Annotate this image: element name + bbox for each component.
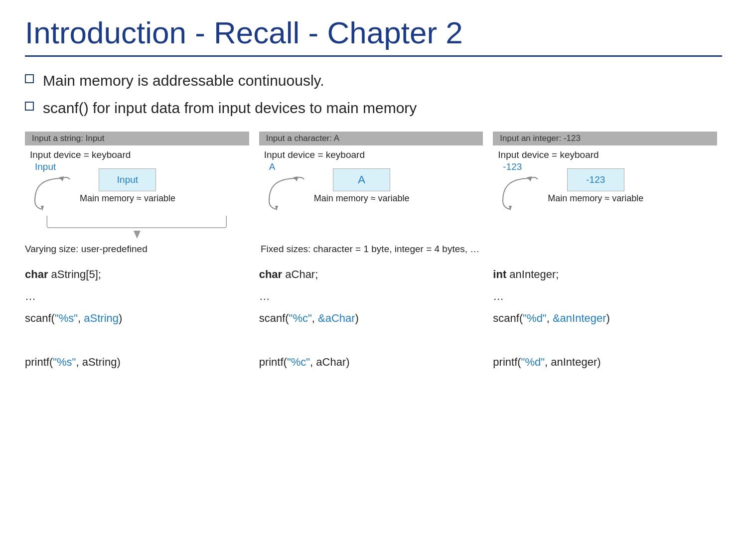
diagram-int-content: -123 -123 Main memory ≈ variable <box>493 161 717 211</box>
bullet-icon-1 <box>25 74 34 83</box>
code-char-scanf-var: &aChar <box>318 312 355 324</box>
diagram-char-arrow: A <box>259 161 314 211</box>
code-string-decl-rest: aString[5]; <box>48 268 101 280</box>
diagram-int-membox: -123 <box>567 168 624 191</box>
diagram-string-header: Input a string: Input <box>25 132 249 145</box>
code-string-scanf-fmt: "%s" <box>55 312 78 324</box>
code-char-decl-rest: aChar; <box>282 268 318 280</box>
code-char-printf-fmt: "%c" <box>287 356 310 368</box>
diagram-string-memlabel: Main memory ≈ variable <box>80 193 175 204</box>
diagram-string-membox: Input <box>99 168 156 191</box>
code-int-scanf-mid: , <box>547 312 553 324</box>
svg-marker-5 <box>509 206 512 211</box>
code-string-kw: char <box>25 268 48 280</box>
diagram-int-device: Input device = keyboard <box>493 149 598 160</box>
diagram-string-input-label: Input <box>25 161 80 172</box>
code-string-printf-end: ) <box>117 356 120 368</box>
code-string-printf: printf("%s", aString) <box>25 351 249 373</box>
bracket-svg-string <box>36 215 238 229</box>
diagram-string-mem: Input Main memory ≈ variable <box>80 168 175 204</box>
varying-fixed-row: Varying size: user-predefined Fixed size… <box>25 244 722 255</box>
code-char-ellipsis: … <box>259 285 483 307</box>
code-char-printf-end: ) <box>346 356 349 368</box>
diagram-char-input-label: A <box>259 161 314 172</box>
code-string-scanf-var: aString <box>84 312 119 324</box>
code-int-kw: int <box>493 268 506 280</box>
code-char-printf: printf("%c", aChar) <box>259 351 483 373</box>
fixed-label: Fixed sizes: character = 1 byte, integer… <box>256 244 722 255</box>
bracket-arrow-string <box>134 231 141 239</box>
svg-marker-0 <box>41 206 44 211</box>
diagram-int-input-label: -123 <box>493 161 548 172</box>
code-int-scanf-fmt: "%d" <box>523 312 546 324</box>
code-int-printf-mid: , <box>545 356 551 368</box>
code-int-scanf-var: &anInteger <box>553 312 606 324</box>
curved-arrow-char <box>264 173 309 211</box>
code-int-printf-end: ) <box>597 356 600 368</box>
code-string-printf-kw: printf( <box>25 356 53 368</box>
diagram-string-device: Input device = keyboard <box>25 149 131 160</box>
code-string-scanf-kw: scanf( <box>25 312 55 324</box>
code-row: char aString[5]; … scanf("%s", aString) … <box>25 264 722 373</box>
bullet-icon-2 <box>25 102 34 111</box>
code-char-printf-var: aChar <box>316 356 346 368</box>
code-char-scanf-mid: , <box>312 312 318 324</box>
diagram-string-bracket <box>36 215 238 239</box>
diagram-char-memlabel: Main memory ≈ variable <box>314 193 410 204</box>
bullet-list: Main memory is addressable continuously.… <box>25 71 722 118</box>
code-string-scanf-mid: , <box>78 312 84 324</box>
code-col-char: char aChar; … scanf("%c", &aChar) printf… <box>254 264 488 373</box>
diagram-char-mem: A Main memory ≈ variable <box>314 168 410 204</box>
bullet-item-1: Main memory is addressable continuously. <box>25 71 722 90</box>
code-char-scanf-fmt: "%c" <box>289 312 312 324</box>
code-string-printf-var: aString <box>82 356 117 368</box>
diagram-int-mem: -123 Main memory ≈ variable <box>548 168 643 204</box>
code-int-printf-kw: printf( <box>493 356 521 368</box>
diagram-int-memlabel: Main memory ≈ variable <box>548 193 643 204</box>
svg-marker-2 <box>134 231 141 239</box>
code-int-scanf: scanf("%d", &anInteger) <box>493 307 717 329</box>
code-string-printf-mid: , <box>76 356 82 368</box>
code-int-decl: int anInteger; <box>493 264 717 285</box>
diagrams-row: Input a string: Input Input device = key… <box>25 132 722 239</box>
diagram-int-header: Input an integer: -123 <box>493 132 717 145</box>
diagram-char-membox: A <box>333 168 390 191</box>
page-title: Introduction - Recall - Chapter 2 <box>25 15 722 57</box>
code-string-printf-fmt: "%s" <box>53 356 76 368</box>
code-char-printf-mid: , <box>310 356 316 368</box>
diagram-char-header: Input a character: A <box>259 132 483 145</box>
code-string-decl: char aString[5]; <box>25 264 249 285</box>
code-string-scanf-end: ) <box>119 312 122 324</box>
code-char-scanf: scanf("%c", &aChar) <box>259 307 483 329</box>
code-char-printf-kw: printf( <box>259 356 287 368</box>
code-col-int: int anInteger; … scanf("%d", &anInteger)… <box>488 264 722 373</box>
code-col-string: char aString[5]; … scanf("%s", aString) … <box>25 264 254 373</box>
curved-arrow-string <box>30 173 75 211</box>
code-string-scanf: scanf("%s", aString) <box>25 307 249 329</box>
bullet-text-2: scanf() for input data from input device… <box>43 98 417 118</box>
bullet-text-1: Main memory is addressable continuously. <box>43 71 324 90</box>
code-string-ellipsis: … <box>25 285 249 307</box>
svg-marker-3 <box>275 206 278 211</box>
diagram-char-content: A A Main memory ≈ variable <box>259 161 483 211</box>
curved-arrow-int <box>498 173 543 211</box>
varying-label: Varying size: user-predefined <box>25 244 256 255</box>
code-int-scanf-kw: scanf( <box>493 312 523 324</box>
diagram-string-arrow: Input <box>25 161 80 211</box>
code-int-printf: printf("%d", anInteger) <box>493 351 717 373</box>
code-char-scanf-end: ) <box>355 312 359 324</box>
diagram-string: Input a string: Input Input device = key… <box>25 132 254 239</box>
code-int-decl-rest: anInteger; <box>506 268 559 280</box>
code-int-ellipsis: … <box>493 285 717 307</box>
code-char-decl: char aChar; <box>259 264 483 285</box>
diagram-string-content: Input Input Main memory ≈ variable <box>25 161 249 211</box>
diagram-char: Input a character: A Input device = keyb… <box>254 132 488 239</box>
diagram-int: Input an integer: -123 Input device = ke… <box>488 132 722 239</box>
diagram-char-device: Input device = keyboard <box>259 149 365 160</box>
diagram-int-arrow: -123 <box>493 161 548 211</box>
code-int-printf-fmt: "%d" <box>521 356 545 368</box>
bullet-item-2: scanf() for input data from input device… <box>25 98 722 118</box>
code-int-scanf-end: ) <box>606 312 610 324</box>
code-char-scanf-kw: scanf( <box>259 312 289 324</box>
code-char-kw: char <box>259 268 282 280</box>
